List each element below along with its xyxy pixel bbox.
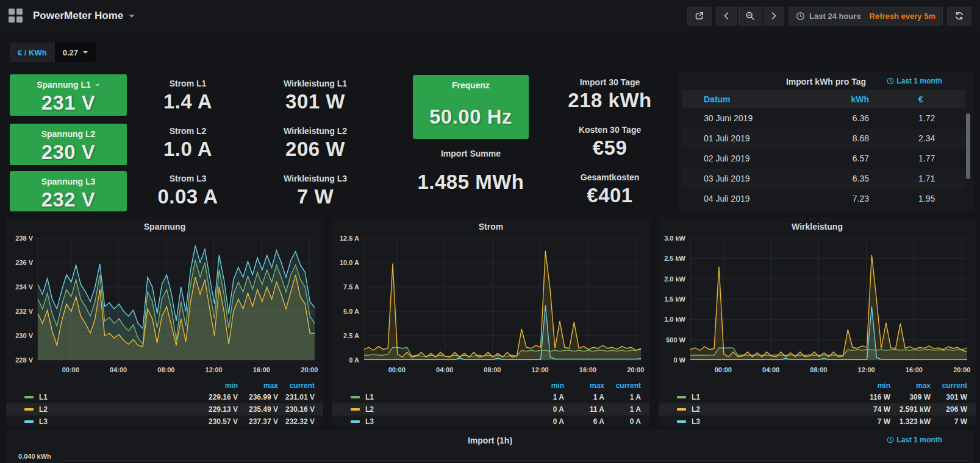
legend-header: minmaxcurrent bbox=[659, 381, 976, 391]
chart-title: Strom bbox=[332, 222, 649, 231]
legend-series-label[interactable]: L3 bbox=[692, 415, 700, 428]
legend-series-label[interactable]: L1 bbox=[365, 391, 374, 403]
series-color-dash-icon bbox=[677, 396, 686, 398]
svg-text:7.5 A: 7.5 A bbox=[343, 283, 359, 291]
legend-current-value: 7 W bbox=[915, 415, 967, 428]
stat-wirkleistung-l1: Wirkleistung L1 301 W bbox=[259, 78, 371, 114]
stat-label: Gesamtkosten bbox=[552, 172, 668, 183]
cell-kwh: 7.23 bbox=[825, 189, 869, 209]
cell-eur: 1.77 bbox=[918, 149, 935, 169]
wirkleistung-legend: minmaxcurrentL1116 W309 W301 WL274 W2.59… bbox=[659, 381, 976, 428]
svg-text:228 V: 228 V bbox=[15, 356, 33, 364]
legend-series-label[interactable]: L1 bbox=[39, 391, 48, 403]
table-row: 03 Juli 2019 6.35 1.71 bbox=[682, 169, 965, 189]
refresh-button[interactable] bbox=[947, 7, 971, 26]
stat-label: Kosten 30 Tage bbox=[552, 124, 668, 136]
legend-row: L11 A1 A1 A bbox=[332, 391, 649, 403]
stat-label: Import 30 Tage bbox=[552, 77, 668, 88]
svg-text:1.0 kW: 1.0 kW bbox=[664, 316, 685, 323]
import-1h-time-range-link[interactable]: Last 1 month bbox=[887, 436, 942, 444]
spannung-plot-area[interactable]: 228 V230 V232 V234 V236 V238 V00:0004:00… bbox=[6, 233, 323, 380]
stat-label: Strom L2 bbox=[132, 125, 244, 137]
legend-row: L1229.16 V236.99 V231.01 V bbox=[6, 391, 323, 403]
cell-eur: 1.72 bbox=[918, 108, 935, 129]
column-header-eur[interactable]: € bbox=[918, 90, 923, 108]
series-color-dash-icon bbox=[677, 420, 686, 423]
spannung-legend: minmaxcurrentL1229.16 V236.99 V231.01 VL… bbox=[6, 381, 323, 428]
svg-text:12:00: 12:00 bbox=[532, 366, 549, 373]
stat-gesamtkosten: Gesamtkosten €401 bbox=[552, 172, 668, 208]
svg-text:20:00: 20:00 bbox=[953, 366, 970, 373]
table-row: 01 Juli 2019 8.68 2.34 bbox=[682, 129, 965, 149]
stat-value: €59 bbox=[552, 136, 668, 160]
legend-series-label[interactable]: L2 bbox=[692, 403, 700, 415]
strom-legend: minmaxcurrentL11 A1 A1 AL20 A11 A1 AL30 … bbox=[332, 381, 649, 428]
wirkleistung-plot-area[interactable]: 0 W500 W1.0 kW1.5 kW2.0 kW2.5 kW3.0 kW00… bbox=[659, 233, 976, 380]
column-header-kwh[interactable]: kWh bbox=[825, 90, 869, 108]
legend-series-label[interactable]: L2 bbox=[365, 403, 374, 415]
legend-current-value: 206 W bbox=[915, 403, 967, 415]
stat-strom-l1: Strom L1 1.4 A bbox=[132, 78, 244, 114]
zoom-nav-group bbox=[716, 7, 784, 26]
stat-label: Wirkleistung L2 bbox=[259, 125, 371, 137]
legend-current-value: 301 W bbox=[915, 391, 967, 403]
panel-menu-caret-icon[interactable] bbox=[95, 84, 100, 87]
svg-text:500 W: 500 W bbox=[666, 336, 685, 344]
table-row: 02 Juli 2019 6.57 1.77 bbox=[682, 149, 965, 169]
legend-series-label[interactable]: L1 bbox=[692, 391, 700, 403]
zoom-out-button[interactable] bbox=[738, 7, 762, 26]
dashboard-grid-icon[interactable] bbox=[9, 9, 23, 23]
stat-import-summe: Import Summe 1.485 MWh bbox=[402, 148, 539, 194]
stat-value: 230 V bbox=[10, 140, 127, 164]
svg-text:12:00: 12:00 bbox=[858, 366, 875, 373]
series-color-dash-icon bbox=[24, 420, 34, 423]
legend-header: minmaxcurrent bbox=[6, 381, 323, 391]
time-picker-button[interactable]: Last 24 hours Refresh every 5m bbox=[789, 7, 943, 26]
time-back-button[interactable] bbox=[716, 7, 737, 26]
svg-text:04:00: 04:00 bbox=[110, 366, 127, 373]
legend-current-value: 231.01 V bbox=[262, 391, 315, 403]
legend-series-label[interactable]: L2 bbox=[39, 403, 48, 415]
svg-text:232 V: 232 V bbox=[15, 308, 33, 315]
series-color-dash-icon bbox=[351, 420, 360, 423]
legend-column-header: current bbox=[915, 381, 967, 391]
stat-spannung-l3: Spannung L3 232 V bbox=[10, 171, 127, 211]
column-header-datum[interactable]: Datum bbox=[704, 90, 731, 108]
time-forward-button[interactable] bbox=[764, 7, 784, 26]
share-button[interactable] bbox=[687, 7, 712, 26]
svg-text:20:00: 20:00 bbox=[301, 366, 318, 373]
legend-current-value: 1 A bbox=[588, 391, 641, 403]
strom-plot-area[interactable]: 0 A2.5 A5.0 A7.5 A10.0 A12.5 A00:0004:00… bbox=[332, 233, 649, 380]
stat-label: Wirkleistung L3 bbox=[259, 173, 371, 185]
svg-text:3.0 kW: 3.0 kW bbox=[664, 235, 685, 242]
title-caret-down-icon[interactable] bbox=[129, 15, 135, 18]
stat-label: Import Summe bbox=[402, 148, 539, 160]
variable-value-dropdown[interactable]: 0.27 bbox=[55, 43, 96, 62]
top-navbar: PowerMeter Home Last 24 hours Refresh ev… bbox=[0, 0, 980, 32]
table-scrollbar[interactable] bbox=[966, 113, 970, 179]
dashboard-title[interactable]: PowerMeter Home bbox=[33, 10, 123, 22]
template-variable-control: € / KWh 0.27 bbox=[10, 43, 96, 62]
chevron-right-icon bbox=[771, 12, 777, 20]
stat-strom-l3: Strom L3 0.03 A bbox=[132, 173, 244, 209]
legend-series-label[interactable]: L3 bbox=[365, 415, 374, 428]
table-time-range-link[interactable]: Last 1 month bbox=[887, 77, 942, 85]
legend-row: L37 W1.323 kW7 W bbox=[659, 415, 976, 428]
legend-series-label[interactable]: L3 bbox=[39, 415, 48, 428]
share-icon bbox=[695, 11, 704, 21]
svg-text:04:00: 04:00 bbox=[436, 366, 453, 373]
variable-value: 0.27 bbox=[63, 48, 78, 57]
stat-value: 50.00 Hz bbox=[413, 105, 529, 129]
series-color-dash-icon bbox=[677, 408, 686, 411]
svg-text:1.5 kW: 1.5 kW bbox=[664, 295, 685, 303]
svg-text:16:00: 16:00 bbox=[253, 366, 270, 373]
cell-kwh: 6.35 bbox=[825, 169, 869, 189]
panel-import-kwh-pro-tag: Import kWh pro Tag Last 1 month Datum kW… bbox=[678, 72, 974, 211]
clock-icon bbox=[887, 77, 894, 85]
stat-frequenz: Frequenz 50.00 Hz bbox=[413, 75, 529, 139]
svg-text:08:00: 08:00 bbox=[157, 366, 174, 373]
stat-label: Spannung L1 bbox=[10, 79, 127, 91]
legend-current-value: 230.16 V bbox=[262, 403, 315, 415]
series-color-dash-icon bbox=[24, 396, 34, 398]
table-header-row: Datum kWh € bbox=[682, 90, 965, 108]
